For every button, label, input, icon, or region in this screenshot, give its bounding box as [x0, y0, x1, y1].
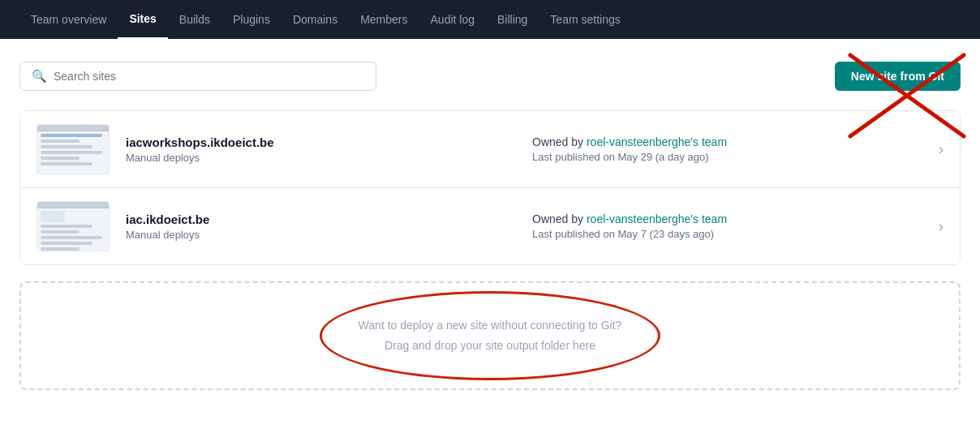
search-input[interactable]: [54, 70, 364, 83]
drop-zone-line2: Drag and drop your site output folder he…: [37, 336, 943, 356]
site-name: iacworkshops.ikdoeict.be: [126, 135, 516, 149]
site-thumbnail: [37, 201, 110, 251]
site-info: iacworkshops.ikdoeict.beManual deploys: [126, 135, 516, 164]
site-owner-link[interactable]: roel-vansteenberghe's team: [587, 212, 727, 225]
search-box[interactable]: 🔍: [19, 62, 376, 91]
site-item[interactable]: iacworkshops.ikdoeict.beManual deploysOw…: [20, 111, 960, 188]
site-deploy-type: Manual deploys: [126, 229, 516, 241]
nav-item-plugins[interactable]: Plugins: [221, 0, 282, 39]
drop-zone[interactable]: Want to deploy a new site without connec…: [19, 281, 961, 390]
new-site-from-git-button[interactable]: New site from Git: [835, 62, 961, 91]
site-name: iac.ikdoeict.be: [126, 212, 516, 226]
nav-item-audit-log[interactable]: Audit log: [419, 0, 486, 39]
search-icon: 🔍: [32, 69, 47, 84]
site-deploy-type: Manual deploys: [126, 152, 516, 164]
nav-item-sites[interactable]: Sites: [118, 0, 167, 39]
site-meta: Owned by roel-vansteenberghe's teamLast …: [532, 135, 922, 163]
chevron-right-icon: ›: [939, 218, 943, 235]
nav-item-domains[interactable]: Domains: [282, 0, 349, 39]
navbar: Team overviewSitesBuildsPluginsDomainsMe…: [0, 0, 980, 39]
site-item[interactable]: iac.ikdoeict.beManual deploysOwned by ro…: [20, 188, 960, 264]
drop-zone-line1: Want to deploy a new site without connec…: [37, 315, 943, 336]
site-list: iacworkshops.ikdoeict.beManual deploysOw…: [19, 110, 961, 265]
site-owner: Owned by roel-vansteenberghe's team: [532, 135, 922, 148]
nav-item-billing[interactable]: Billing: [486, 0, 539, 39]
site-published: Last published on May 7 (23 days ago): [532, 228, 922, 240]
chevron-right-icon: ›: [939, 141, 943, 158]
site-published: Last published on May 29 (a day ago): [532, 151, 922, 163]
site-info: iac.ikdoeict.beManual deploys: [126, 212, 516, 241]
site-meta: Owned by roel-vansteenberghe's teamLast …: [532, 212, 922, 240]
nav-item-builds[interactable]: Builds: [168, 0, 221, 39]
toolbar: 🔍 New site from Git: [19, 62, 961, 91]
nav-item-team-overview[interactable]: Team overview: [19, 0, 118, 39]
site-owner-link[interactable]: roel-vansteenberghe's team: [587, 135, 727, 148]
site-thumbnail: [37, 124, 110, 174]
site-owner: Owned by roel-vansteenberghe's team: [532, 212, 922, 225]
nav-item-members[interactable]: Members: [349, 0, 419, 39]
nav-item-team-settings[interactable]: Team settings: [539, 0, 631, 39]
main-content: 🔍 New site from Git iacworkshops.ikdoeic…: [0, 39, 980, 446]
